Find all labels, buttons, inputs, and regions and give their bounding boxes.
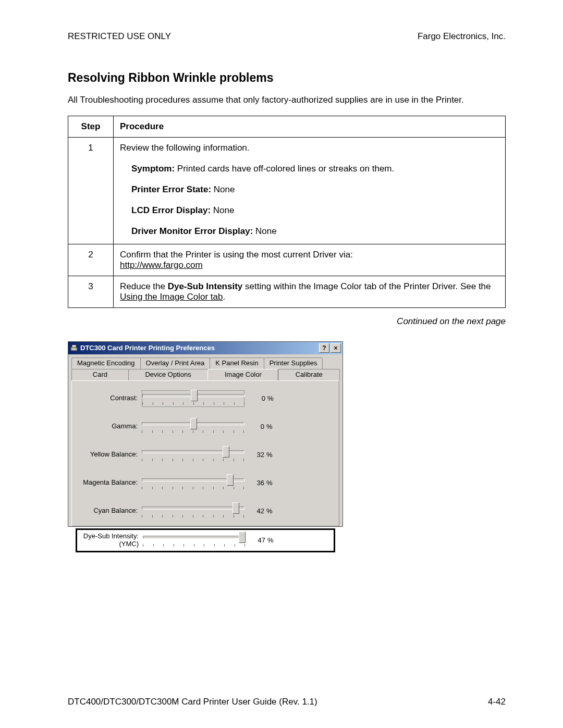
table-row: 3 Reduce the Dye-Sub Intensity setting w…	[68, 276, 506, 307]
pes-label: Printer Error State:	[131, 184, 211, 194]
proc-text: Reduce the	[120, 281, 168, 291]
slider[interactable]	[142, 390, 244, 407]
printing-preferences-dialog: DTC300 Card Printer Printing Preferences…	[68, 341, 343, 527]
screenshot-dialog-wrap: DTC300 Card Printer Printing Preferences…	[68, 341, 506, 527]
slider-row: Dye-Sub Intensity:(YMC)47%	[76, 529, 335, 552]
table-row: 2 Confirm that the Printer is using the …	[68, 244, 506, 276]
dme-text: None	[253, 226, 276, 236]
tab-area: Magnetic Encoding Overlay / Print Area K…	[68, 354, 342, 526]
tab-row-2: Card Device Options Image Color Calibrat…	[71, 369, 339, 380]
slider-unit: %	[266, 451, 276, 459]
footer-left: DTC400/DTC300/DTC300M Card Printer User …	[68, 697, 317, 707]
slider-label: Yellow Balance:	[76, 451, 142, 459]
slider-label: Magenta Balance:	[76, 479, 142, 487]
svg-point-2	[76, 348, 77, 349]
document-page: RESTRICTED USE ONLY Fargo Electronics, I…	[0, 0, 563, 728]
col-step: Step	[68, 116, 114, 137]
slider-row: Contrast:0%	[76, 388, 335, 409]
step-number: 3	[68, 276, 114, 307]
table-row: 1 Review the following information. Symp…	[68, 137, 506, 244]
tab-device-options[interactable]: Device Options	[128, 369, 209, 380]
slider-thumb[interactable]	[190, 418, 197, 429]
proc-line: Review the following information.	[120, 143, 499, 153]
slider[interactable]	[142, 419, 243, 435]
slider[interactable]	[143, 533, 244, 548]
step-procedure: Reduce the Dye-Sub Intensity setting wit…	[114, 276, 506, 307]
header-left: RESTRICTED USE ONLY	[68, 31, 171, 42]
slider-thumb[interactable]	[191, 390, 198, 401]
tab-body-image-color: Contrast:0%Gamma:0%Yellow Balance:32%Mag…	[71, 380, 339, 526]
symptom-label: Symptom:	[131, 164, 175, 174]
slider-label: Dye-Sub Intensity:(YMC)	[77, 533, 143, 548]
tab-image-color[interactable]: Image Color	[207, 369, 278, 380]
slider-row: Cyan Balance:42%	[76, 501, 335, 522]
dialog-titlebar: DTC300 Card Printer Printing Preferences…	[68, 342, 342, 354]
proc-text: setting within the Image Color tab of th…	[242, 281, 491, 291]
section-title: Resolving Ribbon Wrinkle problems	[68, 71, 506, 85]
dye-sub-bold: Dye-Sub Intensity	[168, 281, 243, 291]
dialog-title: DTC300 Card Printer Printing Preferences	[80, 344, 318, 352]
proc-line: LCD Error Display: None	[120, 205, 499, 216]
table-header-row: Step Procedure	[68, 116, 506, 137]
procedure-table: Step Procedure 1 Review the following in…	[68, 116, 506, 308]
proc-line: Driver Monitor Error Display: None	[120, 226, 499, 237]
app-icon	[70, 344, 78, 352]
step-number: 2	[68, 244, 114, 276]
slider-thumb[interactable]	[232, 502, 239, 514]
proc-line: Printer Error State: None	[120, 184, 499, 195]
slider-unit: %	[267, 536, 277, 544]
intro-paragraph: All Troubleshooting procedures assume th…	[68, 94, 506, 106]
slider-unit: %	[266, 507, 276, 515]
slider-value: 36	[243, 479, 266, 487]
continued-note: Continued on the next page	[68, 316, 506, 327]
footer-right: 4-42	[488, 697, 506, 707]
step-procedure: Confirm that the Printer is using the mo…	[114, 244, 506, 276]
proc-link[interactable]: http://www.fargo.com	[120, 260, 203, 270]
slider-value: 47	[244, 536, 267, 544]
tab-row-1: Magnetic Encoding Overlay / Print Area K…	[71, 357, 339, 369]
slider-row: Yellow Balance:32%	[76, 445, 335, 465]
help-button[interactable]: ?	[319, 343, 329, 353]
page-footer: DTC400/DTC300/DTC300M Card Printer User …	[68, 697, 506, 707]
slider-value: 32	[243, 451, 266, 459]
slider-unit: %	[267, 394, 277, 402]
step-procedure: Review the following information. Sympto…	[114, 137, 506, 244]
slider[interactable]	[142, 503, 243, 519]
led-label: LCD Error Display:	[131, 205, 211, 215]
slider-row: Magenta Balance:36%	[76, 473, 335, 493]
proc-link[interactable]: Using the Image Color tab	[120, 292, 223, 302]
symptom-text: Printed cards have off-colored lines or …	[175, 164, 394, 174]
tab-card[interactable]: Card	[71, 369, 129, 380]
slider-thumb[interactable]	[223, 446, 229, 458]
step-number: 1	[68, 137, 114, 244]
slider-label: Cyan Balance:	[76, 507, 142, 515]
tab-k-panel-resin[interactable]: K Panel Resin	[210, 357, 264, 369]
slider-row: Gamma:0%	[76, 416, 335, 437]
page-header: RESTRICTED USE ONLY Fargo Electronics, I…	[68, 31, 506, 42]
pes-text: None	[211, 184, 235, 194]
slider-thumb[interactable]	[227, 474, 234, 486]
tab-printer-supplies[interactable]: Printer Supplies	[264, 357, 323, 369]
tab-calibrate[interactable]: Calibrate	[278, 369, 340, 380]
slider[interactable]	[142, 475, 243, 491]
slider-unit: %	[266, 423, 276, 430]
proc-line: Symptom: Printed cards have off-colored …	[120, 164, 499, 174]
slider-value: 0	[243, 423, 266, 430]
dme-label: Driver Monitor Error Display:	[131, 226, 253, 236]
slider-thumb[interactable]	[239, 532, 246, 543]
tab-overlay-print-area[interactable]: Overlay / Print Area	[140, 357, 211, 369]
led-text: None	[211, 205, 234, 215]
svg-rect-1	[72, 345, 76, 347]
slider-value: 0	[244, 394, 267, 402]
header-right: Fargo Electronics, Inc.	[418, 31, 506, 42]
slider-value: 42	[243, 507, 266, 515]
close-button[interactable]: ×	[331, 343, 341, 353]
proc-text: Confirm that the Printer is using the mo…	[120, 250, 353, 260]
slider[interactable]	[142, 447, 243, 463]
slider-unit: %	[266, 479, 276, 487]
col-procedure: Procedure	[114, 116, 506, 137]
proc-text: .	[223, 292, 226, 302]
slider-label: Contrast:	[76, 394, 142, 402]
tab-magnetic-encoding[interactable]: Magnetic Encoding	[71, 357, 141, 369]
slider-label: Gamma:	[76, 423, 142, 430]
